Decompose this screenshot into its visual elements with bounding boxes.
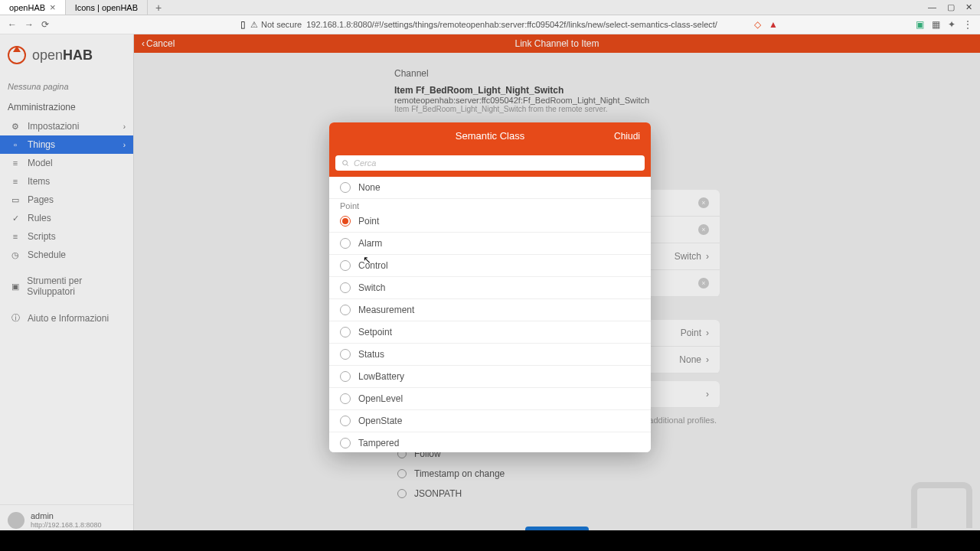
modal-header: Semantic Class Chiudi	[329, 122, 651, 149]
radio-icon	[340, 282, 351, 293]
bookmark-icon[interactable]: ▯	[240, 19, 246, 30]
option-label: OpenState	[358, 416, 402, 426]
option-switch[interactable]: Switch	[329, 277, 651, 299]
radio-icon	[340, 182, 351, 193]
tab-title: Icons | openHAB	[75, 3, 138, 12]
modal-search-wrap	[329, 149, 651, 177]
radio-icon	[340, 260, 351, 271]
minimize-icon[interactable]: —	[928, 2, 936, 12]
option-point[interactable]: Point	[329, 210, 651, 233]
option-tampered[interactable]: Tampered	[329, 432, 651, 452]
tab-title: openHAB	[9, 3, 45, 12]
shield-icon[interactable]: ◇	[754, 19, 761, 30]
option-status[interactable]: Status	[329, 344, 651, 366]
option-setpoint[interactable]: Setpoint	[329, 321, 651, 344]
option-lowbattery[interactable]: LowBattery	[329, 366, 651, 388]
option-measurement[interactable]: Measurement	[329, 299, 651, 321]
security-warning[interactable]: ⚠ Not secure	[250, 20, 302, 30]
radio-icon	[340, 393, 351, 404]
extensions-icon[interactable]: ✦	[948, 19, 956, 30]
forward-icon[interactable]: →	[24, 19, 34, 30]
option-none[interactable]: None	[329, 177, 651, 199]
browser-tab-icons[interactable]: Icons | openHAB	[66, 0, 148, 15]
option-label: Status	[358, 349, 384, 360]
radio-icon	[340, 349, 351, 360]
translate-icon[interactable]: ▣	[916, 19, 924, 30]
option-label: OpenLevel	[358, 393, 403, 404]
radio-icon	[340, 327, 351, 337]
modal-body: None Point PointAlarmControlSwitchMeasur…	[329, 177, 651, 452]
browser-tab-strip: openHAB × Icons | openHAB + — ▢ ✕	[0, 0, 980, 15]
option-label: Switch	[358, 282, 385, 293]
option-label: Control	[358, 260, 388, 271]
option-label: Point	[358, 216, 379, 227]
maximize-icon[interactable]: ▢	[947, 2, 955, 12]
option-label: Measurement	[358, 305, 414, 315]
url-text[interactable]: 192.168.1.8:8080/#!/settings/things/remo…	[306, 20, 717, 29]
option-alarm[interactable]: Alarm	[329, 233, 651, 255]
option-label: Tampered	[358, 438, 399, 448]
radio-icon	[340, 371, 351, 382]
address-bar: ← → ⟳ ▯ ⚠ Not secure 192.168.1.8:8080/#!…	[0, 15, 980, 34]
option-label: Setpoint	[358, 327, 392, 337]
new-tab-button[interactable]: +	[148, 2, 169, 14]
reader-icon[interactable]: ▦	[932, 19, 940, 30]
browser-tab-openhab[interactable]: openHAB ×	[0, 0, 66, 15]
reload-icon[interactable]: ⟳	[41, 19, 49, 30]
search-input[interactable]	[335, 155, 645, 171]
bottom-strip	[0, 530, 980, 551]
radio-icon	[340, 438, 351, 448]
semantic-class-modal: Semantic Class Chiudi None Point PointAl…	[329, 122, 651, 452]
option-label: Alarm	[358, 238, 382, 249]
close-icon[interactable]: ×	[50, 2, 56, 13]
menu-icon[interactable]: ⋮	[963, 19, 972, 30]
option-openstate[interactable]: OpenState	[329, 410, 651, 432]
back-icon[interactable]: ←	[8, 19, 17, 30]
radio-icon	[340, 238, 351, 249]
radio-icon	[340, 416, 351, 426]
modal-close-button[interactable]: Chiudi	[614, 131, 640, 142]
radio-icon	[340, 305, 351, 315]
close-window-icon[interactable]: ✕	[965, 2, 972, 12]
group-label-point: Point	[329, 199, 651, 210]
modal-title: Semantic Class	[456, 130, 524, 142]
option-control[interactable]: Control	[329, 255, 651, 277]
option-label: LowBattery	[358, 371, 404, 382]
option-openlevel[interactable]: OpenLevel	[329, 388, 651, 410]
radio-icon	[340, 216, 351, 227]
watermark	[911, 482, 972, 528]
warning-icon[interactable]: ▲	[769, 19, 778, 30]
